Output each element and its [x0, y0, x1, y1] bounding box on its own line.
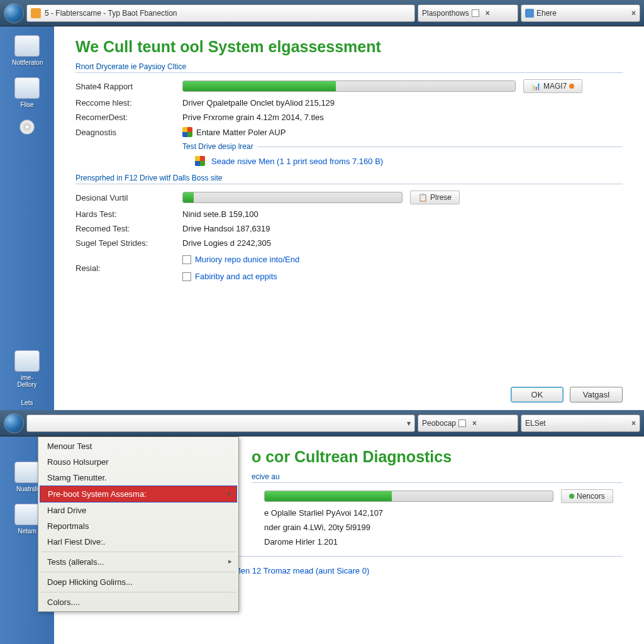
address-bar[interactable]: 5 - Flabterscame - Typ Baot Fbanection — [26, 4, 415, 22]
windows-flag-icon — [195, 156, 205, 166]
row-resial: Resial: Muriory repo dunice into/End Fab… — [75, 253, 623, 283]
subgroup-test-drive: Test Drive desip lrear Seade nsive Men (… — [182, 142, 623, 166]
row-nder: nder grain 4.LWi, 20ty 5l9199 — [264, 523, 623, 532]
desktop-sidebar: Nottferaton Flise ime-Dellory Lets — [0, 26, 54, 410]
checkbox-icon — [182, 272, 191, 281]
start-orb-icon[interactable] — [4, 3, 24, 23]
tab-plasponthows[interactable]: Plasponthows × — [418, 4, 518, 22]
row-sugel: Sugel Tepel Strides:Drive Logies d 2242,… — [75, 238, 623, 248]
address-text: 5 - Flabterscame - Typ Baot Fbanection — [45, 9, 177, 18]
ok-button[interactable]: OK — [511, 387, 564, 402]
close-icon[interactable]: × — [631, 9, 636, 18]
row-recomed-test: Recomed Test:Drive Handsoi 187,6319 — [75, 224, 623, 233]
menu-separator — [41, 592, 236, 592]
tab-elset[interactable]: ELSet × — [521, 414, 640, 432]
row-desional: Desional Vurtil 📋Plrese — [75, 191, 623, 204]
progress-diagnostics — [264, 491, 553, 502]
menu-item-tests[interactable]: Tests (allerals... — [40, 554, 237, 570]
desktop-icon-files[interactable]: Flise — [12, 77, 42, 108]
menu-item-menour-test[interactable]: Menour Test — [40, 438, 237, 454]
row-rapport: Shate4 Rapport 📊MAGI7 — [75, 79, 623, 93]
checkbox-fabiriby[interactable]: Fabiriby and act eppits — [182, 272, 277, 281]
windows-flag-icon — [182, 127, 192, 137]
menu-item-reportmals[interactable]: Reportmals — [40, 518, 237, 534]
titlebar-top: 5 - Flabterscame - Typ Baot Fbanection P… — [0, 0, 644, 26]
desktop-icon-notification[interactable]: Nottferaton — [12, 35, 42, 66]
titlebar-bottom: ▾ Peobocap × ELSet × — [0, 410, 644, 436]
menu-separator — [41, 572, 236, 572]
status-dot-icon — [569, 84, 574, 89]
row-reccome: Reccome hlest:Driver Qpaletpalle Onclet … — [75, 98, 623, 108]
close-icon[interactable]: × — [486, 9, 490, 18]
chart-icon: 📊 — [531, 82, 541, 91]
tab-peobocap[interactable]: Peobocap × — [418, 414, 518, 432]
desktop-icon-lets[interactable]: Lets — [12, 399, 42, 406]
group-label-f12: Prensprhed in F12 Drive witf Dalls Boss … — [75, 174, 623, 186]
status-dot-icon — [569, 494, 574, 499]
tab-ehere[interactable]: Ehere × — [521, 4, 640, 22]
menu-item-rouso[interactable]: Rouso Holsurper — [40, 454, 237, 470]
row-progress-2: Nencors — [264, 489, 623, 503]
address-icon — [31, 8, 41, 18]
row-oplalle: e Oplalle Starliel PyAvoi 142,107 — [264, 508, 623, 518]
menu-item-doep[interactable]: Doep Hlicking Golirns... — [40, 574, 237, 590]
desktop-icon-delivery[interactable]: ime-Dellory — [12, 350, 42, 388]
window-restore-icon[interactable] — [458, 419, 466, 427]
main-pane-assessment: We Cull teunt ool System elgassessment R… — [54, 26, 644, 410]
menu-item-colors[interactable]: Colors.... — [40, 594, 237, 610]
list-icon: 📋 — [418, 193, 428, 202]
progress-rapport — [182, 80, 516, 92]
dropdown-arrow-icon[interactable]: ▾ — [407, 419, 411, 428]
checkbox-memory-repo[interactable]: Muriory repo dunice into/End — [182, 255, 299, 264]
menu-separator — [41, 552, 236, 552]
checkbox-icon — [182, 255, 191, 264]
close-icon[interactable]: × — [631, 419, 636, 428]
start-orb-icon[interactable] — [4, 413, 24, 433]
menu-item-stamg[interactable]: Stamg Tienutter. — [40, 470, 237, 486]
context-menu: Menour Test Rouso Holsurper Stamg Tienut… — [38, 436, 239, 612]
link-seade-nsive[interactable]: Seade nsive Men (1 1 prirt seod froms 7.… — [211, 157, 383, 166]
page-title: We Cull teunt ool System elgassessment — [75, 38, 623, 56]
row-hards-test: Hards Test:Ninid sete.B 159,100 — [75, 209, 623, 219]
tab-favicon-icon — [525, 9, 534, 18]
group-label-report: Rnort Drycerate ie Paysioy Cltice — [75, 62, 623, 74]
menu-item-hard-drive[interactable]: Hard Drive — [40, 502, 237, 518]
cancel-button[interactable]: Vatgasl — [570, 387, 623, 402]
desktop-icon-disc[interactable] — [12, 119, 42, 137]
badge-magi7[interactable]: 📊MAGI7 — [523, 79, 582, 93]
group-label-ecive: ecive au — [252, 472, 623, 484]
address-bar-2[interactable]: ▾ — [26, 414, 415, 432]
close-icon[interactable]: × — [472, 419, 477, 428]
progress-desional — [182, 192, 402, 203]
badge-plrese[interactable]: 📋Plrese — [410, 191, 460, 204]
row-recomerdest: RecomerDest:Prive Frxrome grain 4.12m 20… — [75, 113, 623, 122]
menu-item-preboot-assessment[interactable]: Pre-boot System Assesma: — [40, 486, 237, 502]
row-darome: Darome Hirler 1.201 — [264, 537, 623, 547]
badge-nencors[interactable]: Nencors — [561, 489, 613, 503]
page-title-2: o cor Cultrean Diagnostics — [252, 448, 623, 466]
menu-item-harl-fiest[interactable]: Harl Fiest Dive:. — [40, 534, 237, 550]
row-diagnostics: DeagnostisEntare Matter Poler AUP — [75, 127, 623, 137]
window-restore-icon[interactable] — [472, 9, 479, 17]
